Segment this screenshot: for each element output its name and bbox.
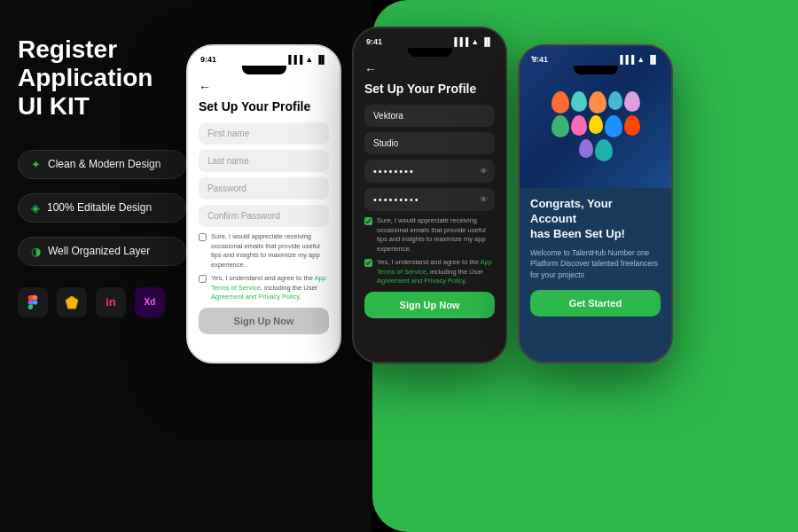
phone2-password-wrapper: •••••••• 👁 (364, 160, 495, 183)
phone-mockup-2: 9:41 ▐▐▐ ▲ ▐▌ ← Set Up Your Profile Vekt… (352, 27, 507, 364)
phone1-first-name[interactable]: First name (199, 122, 329, 145)
phone2-terms-text: Yes, I understand and agree to the App T… (377, 258, 495, 286)
phone1-content: ← Set Up Your Profile First name Last na… (188, 74, 340, 343)
phone2-title: Set Up Your Profile (364, 82, 495, 96)
phone2-first-name[interactable]: Vektora (364, 105, 495, 127)
phone2-checkbox-terms: Yes, I understand and agree to the App T… (364, 258, 495, 286)
phone1-notch (242, 66, 286, 74)
phone3-congrats-title: Congrats, Your Accounthas Been Set Up! (530, 197, 661, 242)
phone2-last-name[interactable]: Studio (364, 132, 495, 154)
tool-icons-row: in Xd (18, 287, 177, 317)
clean-design-label: Clean & Modern Design (48, 158, 160, 170)
figma-icon (18, 287, 48, 317)
left-panel: RegisterApplicationUI KIT ✦ Clean & Mode… (0, 0, 195, 532)
phone3-get-started-button[interactable]: Get Started (530, 290, 661, 317)
feature-badge-editable: ◈ 100% Editable Design (18, 193, 186, 223)
balloon-cluster (547, 91, 645, 161)
phone-mockup-3: 9:41 ▐▐▐ ▲ ▐▌ ← (518, 44, 673, 364)
phone1-back-button[interactable]: ← (199, 80, 329, 94)
phone2-emails-text: Sure, I would appreciate receiving occas… (377, 216, 495, 254)
phone2-confirm-password[interactable]: ••••••••• (364, 188, 495, 211)
organized-label: Well Organized Layer (48, 245, 150, 257)
phone3-back-button[interactable]: ← (528, 50, 540, 63)
phone2-signup-button[interactable]: Sign Up Now (364, 292, 495, 318)
phone1-terms-text: Yes, I understand and agree to the App T… (211, 274, 329, 302)
editable-label: 100% Editable Design (47, 201, 152, 214)
phone1-status-bar: 9:41 ▐▐▐ ▲ ▐▌ (188, 50, 340, 66)
phone3-status-icons: ▐▐▐ ▲ ▐▌ (617, 55, 659, 64)
phone2-confirm-toggle[interactable]: 👁 (480, 195, 488, 204)
sketch-icon (57, 287, 87, 317)
phone2-password[interactable]: •••••••• (364, 160, 495, 183)
phone3-notch (574, 66, 618, 74)
phone2-emails-checkbox[interactable] (364, 217, 372, 225)
phone1-terms-checkbox[interactable] (199, 275, 207, 283)
organized-icon: ◑ (31, 245, 41, 258)
phone1-emails-text: Sure, I would appreciate receiving occas… (211, 232, 329, 270)
editable-icon: ◈ (31, 201, 40, 215)
phone1-password[interactable]: Password (199, 177, 329, 200)
xd-icon: Xd (135, 287, 165, 317)
phone2-notch (408, 48, 452, 57)
phone1-confirm-password[interactable]: Confirm Password (199, 205, 329, 227)
phone3-congrats-content: Congrats, Your Accounthas Been Set Up! W… (520, 188, 671, 325)
phone-mockup-1: 9:41 ▐▐▐ ▲ ▐▌ ← Set Up Your Profile Firs… (186, 44, 341, 364)
phone2-status-bar: 9:41 ▐▐▐ ▲ ▐▌ (354, 32, 505, 48)
phone2-back-button[interactable]: ← (364, 62, 495, 76)
feature-badge-clean: ✦ Clean & Modern Design (18, 150, 186, 179)
phone1-last-name[interactable]: Last name (199, 150, 329, 172)
phone3-welcome-text: Welcome to TalentHub Number one Platform… (530, 247, 661, 281)
phone1-title: Set Up Your Profile (199, 99, 329, 113)
phone1-status-icons: ▐▐▐ ▲ ▐▌ (286, 55, 327, 64)
phone2-checkbox-emails: Sure, I would appreciate receiving occas… (364, 216, 495, 254)
feature-badge-organized: ◑ Well Organized Layer (18, 237, 186, 266)
phone2-status-icons: ▐▐▐ ▲ ▐▌ (451, 37, 493, 46)
phone1-checkbox-emails: Sure, I would appreciate receiving occas… (199, 232, 329, 270)
phone2-content: ← Set Up Your Profile Vektora Studio •••… (354, 57, 505, 327)
phone2-password-toggle[interactable]: 👁 (480, 167, 488, 176)
phone2-confirm-wrapper: ••••••••• 👁 (364, 188, 495, 211)
phone3-status-bar: 9:41 ▐▐▐ ▲ ▐▌ (520, 50, 671, 66)
invision-icon: in (96, 287, 126, 317)
phone1-checkbox-terms: Yes, I understand and agree to the App T… (199, 274, 329, 302)
phone2-terms-checkbox[interactable] (364, 259, 372, 267)
phone1-signup-button[interactable]: Sign Up Now (199, 308, 329, 334)
phone1-time: 9:41 (200, 55, 216, 64)
clean-design-icon: ✦ (31, 158, 41, 171)
phone1-emails-checkbox[interactable] (199, 233, 207, 241)
phones-container: 9:41 ▐▐▐ ▲ ▐▌ ← Set Up Your Profile Firs… (186, 18, 673, 364)
app-title: RegisterApplicationUI KIT (18, 35, 177, 121)
phone2-time: 9:41 (366, 37, 382, 46)
